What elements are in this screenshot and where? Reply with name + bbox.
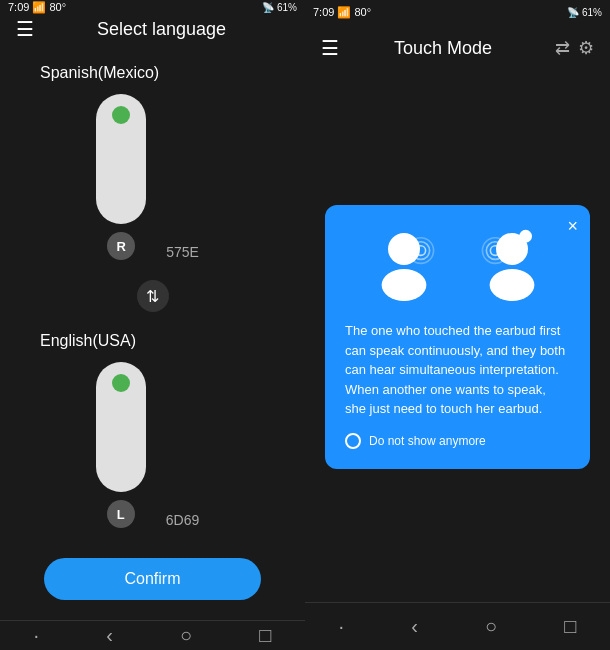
right-icon-1[interactable]: ⇄ [555,37,570,59]
right-title: Touch Mode [339,38,547,59]
right-nav-recent[interactable]: □ [564,615,576,638]
modal-description: The one who touched the earbud first can… [345,321,570,419]
spanish-earbud-container: R 575E [20,94,285,260]
right-hamburger-icon[interactable]: ☰ [321,36,339,60]
right-battery-text: 80° [354,6,371,18]
head-silhouette-left [368,225,448,305]
english-earbud-pill [96,362,146,492]
right-panel: 7:09 📶 80° 📡 61% ☰ Touch Mode ⇄ ⚙ × [305,0,610,650]
modal-heads [345,225,570,305]
left-time: 7:09 [8,1,29,13]
modal-box: × [325,205,590,469]
left-top-bar: ☰ Select language [0,15,305,44]
right-battery-pct: 61% [582,7,602,18]
right-bottom-nav: · ‹ ○ □ [305,602,610,650]
spanish-label: Spanish(Mexico) [40,64,159,82]
english-label: English(USA) [40,332,136,350]
left-bottom-nav: · ‹ ○ □ [0,620,305,650]
spanish-earbud-pill [96,94,146,224]
right-main-content: × [305,72,610,602]
english-section: English(USA) L 6D69 [20,332,285,528]
left-sim-icon: 📡 [262,2,274,13]
spanish-earbud-circle: R [107,232,135,260]
svg-point-0 [388,233,420,265]
english-earbud-circle: L [107,500,135,528]
left-status-bar: 7:09 📶 80° 📡 61% [0,0,305,15]
swap-section: ⇅ [20,280,285,312]
spanish-section: Spanish(Mexico) R 575E [20,64,285,260]
left-hamburger-icon[interactable]: ☰ [16,17,34,41]
left-status-left: 7:09 📶 80° [8,1,66,14]
right-time: 7:09 [313,6,334,18]
left-title: Select language [34,19,289,40]
right-status-bar: 7:09 📶 80° 📡 61% [305,0,610,24]
spanish-earbud-dot [112,106,130,124]
do-not-show-checkbox[interactable] [345,433,361,449]
modal-close-button[interactable]: × [567,217,578,235]
left-signal-icon: 📶 [32,1,46,14]
right-signal-icon: 📶 [337,6,351,19]
english-earbud-dot [112,374,130,392]
english-earbud-container: L 6D69 [20,362,285,528]
confirm-button[interactable]: Confirm [44,558,260,600]
svg-point-6 [519,230,532,243]
left-battery-pct: 61% [277,2,297,13]
right-nav-home[interactable]: ○ [485,615,497,638]
left-nav-recent[interactable]: □ [259,624,271,647]
left-nav-back[interactable]: ‹ [106,624,113,647]
left-nav-dot: · [34,624,40,647]
left-battery-text: 80° [49,1,66,13]
english-earbud-id: 6D69 [166,512,199,528]
spanish-earbud-id: 575E [166,244,199,260]
right-nav-back[interactable]: ‹ [411,615,418,638]
modal-checkbox-row[interactable]: Do not show anymore [345,433,570,449]
right-top-bar: ☰ Touch Mode ⇄ ⚙ [305,24,610,72]
right-status-right: 📡 61% [567,7,602,18]
left-content: Spanish(Mexico) R 575E ⇅ English(USA) [0,44,305,620]
svg-point-7 [489,269,534,301]
right-sim-icon: 📡 [567,7,579,18]
right-nav-dot: · [339,615,345,638]
left-nav-home[interactable]: ○ [180,624,192,647]
head-silhouette-right [468,225,548,305]
left-panel: 7:09 📶 80° 📡 61% ☰ Select language Spani… [0,0,305,650]
do-not-show-label: Do not show anymore [369,434,486,448]
swap-icon[interactable]: ⇅ [137,280,169,312]
right-settings-icon[interactable]: ⚙ [578,37,594,59]
left-status-right: 📡 61% [262,2,297,13]
svg-point-1 [381,269,426,301]
modal-overlay: × [305,72,610,602]
right-status-left: 7:09 📶 80° [313,6,371,19]
